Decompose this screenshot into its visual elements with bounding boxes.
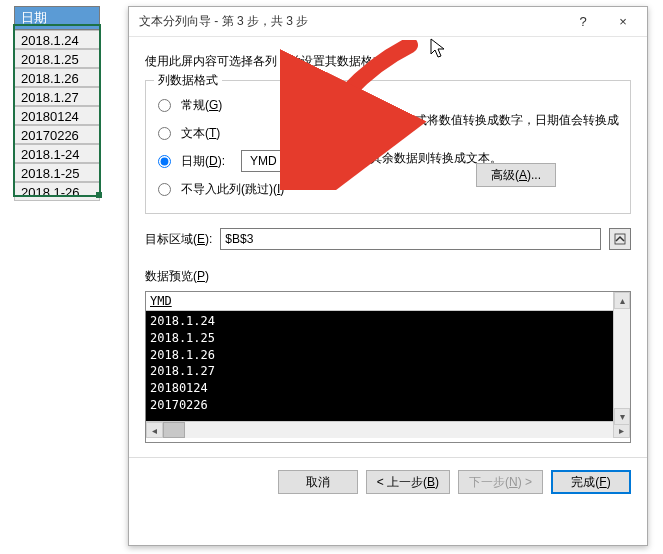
preview-label: 数据预览(P) xyxy=(145,268,631,285)
spreadsheet-column: 日期 2018.1.24 2018.1.25 2018.1.26 2018.1.… xyxy=(14,6,100,201)
data-cell[interactable]: 2018.1.24 xyxy=(14,30,100,49)
data-cell[interactable]: 2018.1-24 xyxy=(14,144,100,163)
dialog-button-row: 取消 < 上一步(B) 下一步(N) > 完成(F) xyxy=(129,457,647,506)
column-header[interactable]: 日期 xyxy=(14,6,100,30)
collapse-dialog-button[interactable] xyxy=(609,228,631,250)
data-cell[interactable]: 2018.1.27 xyxy=(14,87,100,106)
destination-label: 目标区域(E): xyxy=(145,231,212,248)
back-button[interactable]: < 上一步(B) xyxy=(366,470,450,494)
dialog-title: 文本分列向导 - 第 3 步，共 3 步 xyxy=(139,13,563,30)
data-cell[interactable]: 2018.1.26 xyxy=(14,68,100,87)
data-cell[interactable]: 20170226 xyxy=(14,125,100,144)
preview-column-header[interactable]: YMD xyxy=(146,292,630,311)
format-help-text: "常规"数据格式将数值转换成数字，日期值会转换成日 期，其余数据则转换成文本。 xyxy=(346,111,626,169)
column-format-group: 列数据格式 常规(G) 文本(T) 日期(D): YMD 不导入此列(跳过)(I… xyxy=(145,80,631,214)
preview-data[interactable]: 2018.1.24 2018.1.25 2018.1.26 2018.1.27 … xyxy=(146,311,630,421)
advanced-button[interactable]: 高级(A)... xyxy=(476,163,556,187)
radio-date-label[interactable]: 日期(D): xyxy=(181,153,225,170)
svg-rect-0 xyxy=(615,234,625,244)
dialog-description: 使用此屏内容可选择各列，并设置其数据格式。 xyxy=(145,53,631,70)
finish-button[interactable]: 完成(F) xyxy=(551,470,631,494)
scroll-thumb[interactable] xyxy=(163,422,185,438)
data-cell[interactable]: 2018.1-26 xyxy=(14,182,100,201)
radio-general-label[interactable]: 常规(G) xyxy=(181,97,222,114)
next-button: 下一步(N) > xyxy=(458,470,543,494)
data-cell[interactable]: 2018.1-25 xyxy=(14,163,100,182)
radio-skip[interactable] xyxy=(158,183,171,196)
help-button[interactable]: ? xyxy=(563,8,603,36)
data-cell[interactable]: 2018.1.25 xyxy=(14,49,100,68)
radio-general[interactable] xyxy=(158,99,171,112)
wizard-dialog: 文本分列向导 - 第 3 步，共 3 步 ? × 使用此屏内容可选择各列，并设置… xyxy=(128,6,648,546)
scroll-up-icon[interactable]: ▴ xyxy=(614,292,630,309)
scroll-down-icon[interactable]: ▾ xyxy=(614,408,630,425)
cancel-button[interactable]: 取消 xyxy=(278,470,358,494)
data-cell[interactable]: 20180124 xyxy=(14,106,100,125)
date-format-select[interactable]: YMD xyxy=(241,150,311,172)
group-legend: 列数据格式 xyxy=(154,72,222,89)
preview-vscrollbar[interactable]: ▴ ▾ xyxy=(613,292,630,425)
radio-date[interactable] xyxy=(158,155,171,168)
destination-input[interactable] xyxy=(220,228,601,250)
radio-text[interactable] xyxy=(158,127,171,140)
radio-skip-label[interactable]: 不导入此列(跳过)(I) xyxy=(181,181,284,198)
preview-pane: YMD 2018.1.24 2018.1.25 2018.1.26 2018.1… xyxy=(145,291,631,443)
scroll-left-icon[interactable]: ◂ xyxy=(146,422,163,438)
collapse-icon xyxy=(614,233,626,245)
titlebar[interactable]: 文本分列向导 - 第 3 步，共 3 步 ? × xyxy=(129,7,647,37)
close-button[interactable]: × xyxy=(603,8,643,36)
preview-hscrollbar[interactable]: ◂ ▸ xyxy=(146,421,630,438)
radio-text-label[interactable]: 文本(T) xyxy=(181,125,220,142)
